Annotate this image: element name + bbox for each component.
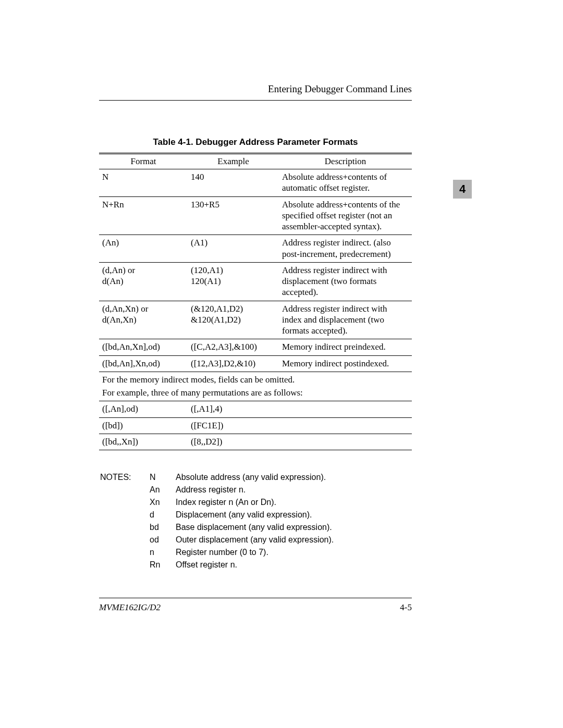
- table-row: ([bd]) ([FC1E]): [99, 417, 412, 434]
- cell-example: ([,A1],4): [188, 401, 279, 417]
- cell-format: (d,An) or d(An): [99, 262, 188, 301]
- cell-description: Address register indirect with index and…: [279, 301, 412, 339]
- cell-format: ([bd,,Xn]): [99, 434, 188, 450]
- footer-page-number: 4-5: [400, 602, 412, 613]
- notes-desc: Absolute address (any valid expression).: [176, 471, 334, 484]
- table-row: ([bd,An],Xn,od) ([12,A3],D2,&10) Memory …: [99, 355, 412, 372]
- notes-row: An Address register n.: [99, 484, 334, 496]
- cell-format: N+Rn: [99, 196, 188, 235]
- notes-row: n Register number (0 to 7).: [99, 546, 334, 559]
- content-area: Entering Debugger Command Lines Table 4-…: [99, 83, 412, 571]
- cell-example: (120,A1) 120(A1): [188, 262, 279, 301]
- table-note-row: For the memory indirect modes, fields ca…: [99, 372, 412, 386]
- table-row: (d,An) or d(An) (120,A1) 120(A1) Address…: [99, 262, 412, 301]
- notes-row: Xn Index register n (An or Dn).: [99, 496, 334, 509]
- cell-example: (&120,A1,D2) &120(A1,D2): [188, 301, 279, 339]
- notes-sym: Xn: [150, 496, 176, 509]
- notes-desc: Offset register n.: [176, 559, 334, 571]
- cell-example: ([12,A3],D2,&10): [188, 355, 279, 372]
- table-row: ([,An],od) ([,A1],4): [99, 401, 412, 417]
- notes-sym: n: [150, 546, 176, 559]
- cell-format: ([,An],od): [99, 401, 188, 417]
- cell-description: Absolute address+contents of the specifi…: [279, 196, 412, 235]
- notes-desc: Address register n.: [176, 484, 334, 496]
- cell-format: (d,An,Xn) or d(An,Xn): [99, 301, 188, 339]
- table-caption: Table 4-1. Debugger Address Parameter Fo…: [99, 137, 412, 147]
- cell-example: ([C,A2,A3],&100): [188, 339, 279, 355]
- cell-example: (A1): [188, 235, 279, 263]
- page: Entering Debugger Command Lines Table 4-…: [0, 0, 563, 728]
- notes-desc: Index register n (An or Dn).: [176, 496, 334, 509]
- table-span-note: For the memory indirect modes, fields ca…: [99, 372, 412, 386]
- running-head: Entering Debugger Command Lines: [99, 83, 412, 101]
- cell-example: ([FC1E]): [188, 417, 279, 434]
- table-header-row: Format Example Description: [99, 154, 412, 169]
- notes-sym: An: [150, 484, 176, 496]
- table-row: N+Rn 130+R5 Absolute address+contents of…: [99, 196, 412, 235]
- col-example: Example: [188, 154, 279, 169]
- notes-desc: Displacement (any valid expression).: [176, 509, 334, 521]
- cell-description: [279, 434, 412, 450]
- cell-format: ([bd,An,Xn],od): [99, 339, 188, 355]
- cell-description: Memory indirect postindexed.: [279, 355, 412, 372]
- cell-format: ([bd,An],Xn,od): [99, 355, 188, 372]
- table-row: N 140 Absolute address+contents of autom…: [99, 169, 412, 197]
- notes-desc: Outer displacement (any valid expression…: [176, 534, 334, 546]
- parameter-table: Format Example Description N 140 Absolut…: [99, 153, 412, 450]
- notes-desc: Base displacement (any valid expression)…: [176, 521, 334, 534]
- table-row: (An) (A1) Address register indirect. (al…: [99, 235, 412, 263]
- notes-sym: od: [150, 534, 176, 546]
- cell-description: [279, 401, 412, 417]
- notes-row: bd Base displacement (any valid expressi…: [99, 521, 334, 534]
- cell-description: Address register indirect. (also post-in…: [279, 235, 412, 263]
- cell-format: N: [99, 169, 188, 197]
- cell-description: [279, 417, 412, 434]
- notes-sym: Rn: [150, 559, 176, 571]
- chapter-tab: 4: [453, 180, 472, 199]
- footer-doc-id: MVME162IG/D2: [99, 602, 161, 613]
- page-footer: MVME162IG/D2 4-5: [99, 598, 412, 613]
- notes-label: NOTES:: [99, 471, 150, 484]
- col-format: Format: [99, 154, 188, 169]
- cell-format: (An): [99, 235, 188, 263]
- cell-example: 130+R5: [188, 196, 279, 235]
- notes-row: NOTES: N Absolute address (any valid exp…: [99, 471, 334, 484]
- cell-description: Memory indirect preindexed.: [279, 339, 412, 355]
- cell-description: Address register indirect with displacem…: [279, 262, 412, 301]
- cell-description: Absolute address+contents of automatic o…: [279, 169, 412, 197]
- notes-sym: d: [150, 509, 176, 521]
- cell-example: 140: [188, 169, 279, 197]
- notes-sym: bd: [150, 521, 176, 534]
- notes-row: od Outer displacement (any valid express…: [99, 534, 334, 546]
- notes-block: NOTES: N Absolute address (any valid exp…: [99, 471, 412, 571]
- notes-sym: N: [150, 471, 176, 484]
- notes-row: d Displacement (any valid expression).: [99, 509, 334, 521]
- cell-format: ([bd]): [99, 417, 188, 434]
- notes-desc: Register number (0 to 7).: [176, 546, 334, 559]
- col-description: Description: [279, 154, 412, 169]
- cell-example: ([8,,D2]): [188, 434, 279, 450]
- table-row: (d,An,Xn) or d(An,Xn) (&120,A1,D2) &120(…: [99, 301, 412, 339]
- table-span-note: For example, three of many permutations …: [99, 386, 412, 401]
- table-note-row: For example, three of many permutations …: [99, 386, 412, 401]
- notes-row: Rn Offset register n.: [99, 559, 334, 571]
- table-row: ([bd,,Xn]) ([8,,D2]): [99, 434, 412, 450]
- table-row: ([bd,An,Xn],od) ([C,A2,A3],&100) Memory …: [99, 339, 412, 355]
